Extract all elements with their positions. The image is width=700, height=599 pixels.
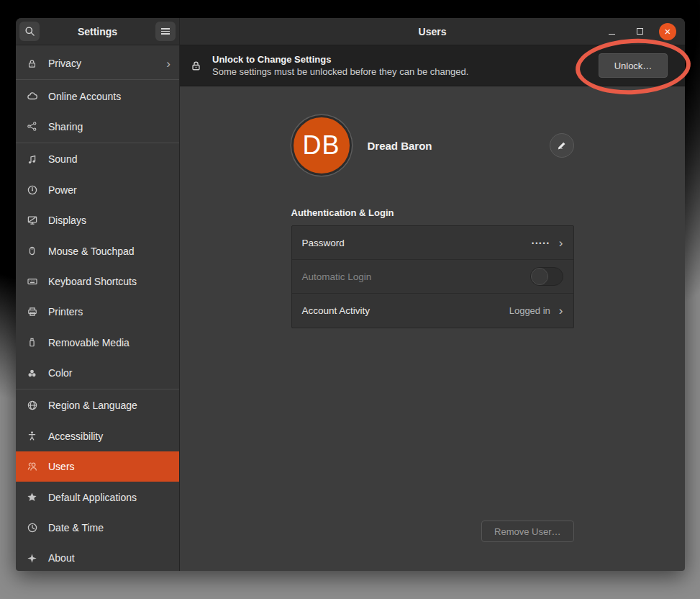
clock-icon: [26, 522, 38, 534]
maximize-icon: [637, 28, 643, 35]
sidebar-item-label: Printers: [48, 306, 83, 317]
accessibility-icon: [26, 430, 38, 442]
window-controls: ×: [603, 23, 676, 40]
sidebar-item-label: Sharing: [48, 121, 83, 132]
color-circles-icon: [26, 367, 38, 379]
user-header: DB Dread Baron: [291, 115, 574, 176]
sidebar-item-label: Accessibility: [48, 431, 103, 442]
minimize-icon: [609, 34, 615, 35]
star-icon: [26, 491, 38, 503]
sidebar-item-power[interactable]: Power: [16, 175, 179, 205]
main-headerbar: Users ×: [180, 18, 685, 45]
globe-icon: [26, 400, 38, 412]
sidebar-item-label: Color: [48, 367, 72, 379]
automatic-login-row: Automatic Login: [292, 260, 573, 294]
banner-title: Unlock to Change Settings: [212, 54, 468, 65]
sidebar-item-label: Sound: [48, 153, 77, 165]
auth-settings-card: Password ••••• › Automatic Login: [291, 225, 574, 328]
account-activity-row[interactable]: Account Activity Logged in ›: [292, 294, 573, 328]
power-gauge-icon: [26, 184, 38, 196]
sidebar-item-mouse-touchpad[interactable]: Mouse & Touchpad: [16, 235, 179, 266]
sidebar-item-label: Region & Language: [48, 400, 137, 411]
sidebar-item-label: Keyboard Shortcuts: [48, 276, 137, 287]
banner-subtitle: Some settings must be unlocked before th…: [212, 66, 468, 77]
sidebar-item-label: Power: [48, 184, 77, 196]
sidebar-item-label: Online Accounts: [48, 91, 121, 102]
sidebar-panel: Settings Privacy › Online Accounts: [16, 18, 180, 571]
sidebar-item-sharing[interactable]: Sharing: [16, 112, 179, 142]
sidebar-item-label: Removable Media: [48, 337, 129, 348]
sidebar-headerbar: Settings: [16, 18, 179, 45]
unlock-banner: Unlock to Change Settings Some settings …: [180, 45, 685, 86]
sidebar-separator: [16, 143, 179, 143]
password-dots: •••••: [532, 240, 550, 247]
sidebar-separator: [16, 389, 179, 389]
hamburger-menu-icon: [161, 28, 170, 35]
sidebar-item-about[interactable]: About: [16, 543, 179, 571]
settings-window: Settings Privacy › Online Accounts: [16, 18, 685, 571]
search-button[interactable]: [19, 22, 40, 41]
page-footer: Remove User…: [291, 521, 574, 571]
user-name: Dread Baron: [368, 140, 432, 152]
pencil-icon: [556, 140, 567, 151]
sidebar-item-accessibility[interactable]: Accessibility: [16, 421, 179, 451]
sidebar-item-default-applications[interactable]: Default Applications: [16, 482, 179, 512]
sidebar-nav: Privacy › Online Accounts Sharing Sound: [16, 45, 179, 571]
share-icon: [26, 120, 38, 132]
sidebar-item-displays[interactable]: Displays: [16, 205, 179, 235]
sidebar-item-users[interactable]: Users: [16, 451, 179, 482]
display-icon: [26, 215, 38, 227]
sidebar-item-region-language[interactable]: Region & Language: [16, 390, 179, 420]
sidebar-separator: [16, 79, 179, 80]
cloud-icon: [26, 90, 38, 102]
chevron-right-icon: ›: [559, 237, 563, 249]
mouse-icon: [26, 245, 38, 257]
sidebar-item-privacy[interactable]: Privacy ›: [16, 48, 179, 78]
keyboard-icon: [26, 275, 38, 287]
sidebar-item-keyboard-shortcuts[interactable]: Keyboard Shortcuts: [16, 266, 179, 297]
sidebar-item-sound[interactable]: Sound: [16, 144, 179, 174]
sidebar-item-label: Users: [48, 461, 75, 472]
sidebar-item-label: About: [48, 552, 75, 564]
minimize-button[interactable]: [603, 23, 620, 40]
app-title: Settings: [40, 26, 155, 37]
lock-icon: [190, 60, 202, 72]
sidebar-item-color[interactable]: Color: [16, 358, 179, 388]
sidebar-item-printers[interactable]: Printers: [16, 297, 179, 327]
lock-icon: [26, 58, 38, 70]
toggle-knob: [531, 268, 548, 285]
sidebar-item-label: Date & Time: [48, 522, 104, 533]
sidebar-item-label: Displays: [48, 215, 86, 226]
row-label: Automatic Login: [302, 271, 372, 282]
sidebar-item-removable-media[interactable]: Removable Media: [16, 328, 179, 358]
sidebar-item-label: Default Applications: [48, 492, 137, 503]
automatic-login-toggle[interactable]: [530, 267, 563, 286]
row-label: Account Activity: [302, 305, 371, 316]
maximize-button[interactable]: [631, 23, 648, 40]
sidebar-item-online-accounts[interactable]: Online Accounts: [16, 81, 179, 111]
password-row[interactable]: Password ••••• ›: [292, 226, 573, 260]
close-button[interactable]: ×: [659, 23, 676, 40]
sparkle-icon: [26, 552, 38, 564]
chevron-right-icon: ›: [166, 58, 171, 70]
sidebar-item-label: Mouse & Touchpad: [48, 246, 135, 257]
remove-user-button[interactable]: Remove User…: [481, 521, 573, 542]
edit-name-button[interactable]: [550, 133, 574, 158]
sidebar-item-label: Privacy: [48, 58, 81, 69]
users-page: DB Dread Baron Authentication & Login Pa…: [180, 86, 685, 571]
section-heading: Authentication & Login: [291, 207, 574, 218]
close-icon: ×: [665, 26, 671, 37]
content-panel: Users × Unlock to Change Settings Some s…: [180, 18, 685, 571]
search-icon: [24, 26, 35, 37]
avatar[interactable]: DB: [291, 115, 352, 176]
music-note-icon: [26, 153, 38, 166]
printer-icon: [26, 306, 38, 318]
unlock-button[interactable]: Unlock…: [599, 53, 668, 78]
account-activity-value: Logged in: [509, 305, 550, 316]
banner-text: Unlock to Change Settings Some settings …: [212, 54, 468, 77]
menu-button[interactable]: [155, 22, 176, 41]
chevron-right-icon: ›: [559, 305, 563, 317]
flash-drive-icon: [26, 336, 38, 348]
sidebar-item-date-time[interactable]: Date & Time: [16, 513, 179, 543]
desktop-background: Settings Privacy › Online Accounts: [0, 0, 700, 599]
